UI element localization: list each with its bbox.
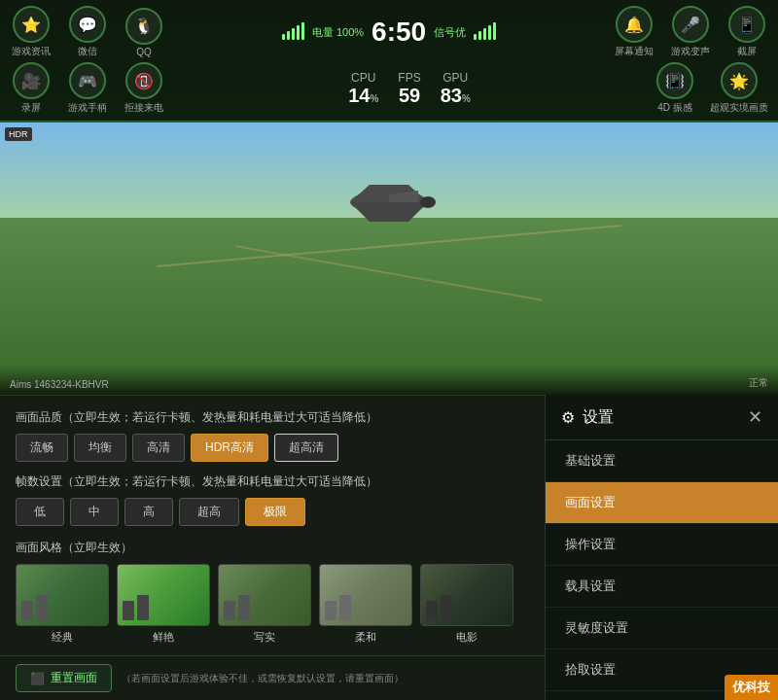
- rbar2: [478, 31, 481, 40]
- reset-button[interactable]: ⬛ 重置画面: [16, 664, 112, 692]
- stats-block: CPU 14% FPS 59 GPU 83%: [329, 71, 490, 107]
- fps-label: FPS: [398, 71, 420, 85]
- plane-container: [321, 154, 457, 255]
- cpu-label: CPU: [351, 71, 375, 85]
- screen-notify-icon: 🔔: [616, 6, 653, 43]
- menu-control-settings[interactable]: 操作设置: [546, 524, 778, 566]
- game-view: HDR Aims 1463234-KBHVR 正常: [0, 122, 778, 395]
- screen-notify-label: 屏幕通知: [615, 45, 654, 58]
- bar2: [287, 31, 290, 40]
- close-button[interactable]: ✕: [748, 406, 762, 428]
- style-thumb-vivid: [117, 564, 210, 626]
- reject-call-btn[interactable]: 📵 拒接来电: [123, 62, 165, 115]
- fps-veryhigh-btn[interactable]: 超高: [179, 498, 239, 526]
- gamepad-btn[interactable]: 🎮 游戏手柄: [66, 62, 109, 115]
- game-background: [0, 122, 778, 395]
- reset-hint: （若画面设置后游戏体验不佳，或需恢复默认设置，请重置画面）: [122, 672, 404, 685]
- fps-mid-btn[interactable]: 中: [70, 498, 119, 526]
- top-bar: ⭐ 游戏资讯 💬 微信 🐧 QQ 电量 100%: [0, 0, 778, 122]
- split-screen-btn[interactable]: 📱 截屏: [725, 6, 768, 58]
- settings-sidebar: ⚙ 设置 ✕ 基础设置 画面设置 操作设置 载具设置 灵敏度设置 拾取设置 准镜…: [545, 395, 778, 700]
- top-row-1: ⭐ 游戏资讯 💬 微信 🐧 QQ 电量 100%: [10, 6, 768, 58]
- bar1: [282, 34, 285, 40]
- game-overlay: [0, 366, 778, 395]
- super-real-label: 超观实境画质: [710, 101, 768, 115]
- fps-stat: FPS 59: [398, 71, 420, 107]
- cpu-value: 14%: [348, 85, 378, 107]
- quality-hdr-btn[interactable]: HDR高清: [191, 434, 268, 462]
- style-classic[interactable]: 经典: [16, 564, 109, 645]
- fps-buttons: 低 中 高 超高 极限: [16, 498, 529, 526]
- top-icons-left: ⭐ 游戏资讯 💬 微信 🐧 QQ: [10, 6, 165, 58]
- style-classic-label: 经典: [52, 630, 73, 645]
- qq-label: QQ: [136, 47, 152, 57]
- style-realistic[interactable]: 写实: [218, 564, 311, 645]
- style-cinema[interactable]: 电影: [420, 564, 513, 645]
- qq-icon: 🐧: [125, 8, 162, 45]
- quality-section-title: 画面品质（立即生效；若运行卡顿、发热量和耗电量过大可适当降低）: [16, 409, 529, 426]
- super-real-icon: 🌟: [721, 62, 758, 99]
- game-news-icon: ⭐: [13, 6, 50, 43]
- game-status: 正常: [749, 376, 768, 390]
- menu-display-settings[interactable]: 画面设置: [546, 482, 778, 524]
- style-thumb-classic: [16, 564, 109, 626]
- style-soft[interactable]: 柔和: [319, 564, 412, 645]
- quality-ultrahd-btn[interactable]: 超高清: [274, 434, 338, 462]
- style-soft-label: 柔和: [355, 630, 376, 645]
- fps-section-title: 帧数设置（立即生效；若运行卡顿、发热量和耗电量过大可适当降低）: [16, 473, 529, 490]
- record-btn[interactable]: 🎥 录屏: [10, 62, 53, 115]
- svg-marker-1: [350, 202, 428, 222]
- fps-low-btn[interactable]: 低: [16, 498, 64, 526]
- settings-title-label: 设置: [583, 407, 614, 428]
- record-label: 录屏: [21, 101, 41, 115]
- sidebar-header: ⚙ 设置 ✕: [546, 395, 778, 440]
- screen-notify-btn[interactable]: 🔔 屏幕通知: [613, 6, 655, 58]
- fps-extreme-btn[interactable]: 极限: [245, 498, 305, 526]
- reject-call-label: 拒接来电: [124, 101, 163, 115]
- split-screen-label: 截屏: [737, 45, 757, 58]
- cpu-stat: CPU 14%: [348, 71, 378, 107]
- bottom-icons-left: 🎥 录屏 🎮 游戏手柄 📵 拒接来电: [10, 62, 165, 115]
- bar4: [297, 25, 300, 40]
- voice-change-btn[interactable]: 🎤 游戏变声: [669, 6, 712, 58]
- game-news-btn[interactable]: ⭐ 游戏资讯: [10, 6, 53, 58]
- watermark: 优科技: [725, 675, 778, 700]
- top-center: 电量 100% 6:50 信号优: [282, 17, 496, 48]
- settings-main: 画面品质（立即生效；若运行卡顿、发热量和耗电量过大可适当降低） 流畅 均衡 高清…: [0, 395, 545, 700]
- reset-icon: ⬛: [30, 672, 45, 685]
- quality-balanced-btn[interactable]: 均衡: [74, 434, 126, 462]
- wechat-btn[interactable]: 💬 微信: [66, 6, 109, 58]
- reject-call-icon: 📵: [125, 62, 162, 99]
- style-row: 经典 鲜艳 写实: [16, 564, 529, 645]
- quality-buttons: 流畅 均衡 高清 HDR高清 超高清: [16, 434, 529, 462]
- quality-hd-btn[interactable]: 高清: [132, 434, 185, 462]
- plane-svg: [321, 154, 457, 251]
- split-screen-icon: 📱: [728, 6, 765, 43]
- gamepad-label: 游戏手柄: [68, 101, 107, 115]
- top-row-2: 🎥 录屏 🎮 游戏手柄 📵 拒接来电 CPU 14% FPS 59: [10, 62, 768, 115]
- style-section-title: 画面风格（立即生效）: [16, 540, 529, 556]
- time-display: 6:50: [371, 17, 426, 48]
- vibrate-4d-icon: 📳: [656, 62, 693, 99]
- gpu-label: GPU: [442, 71, 468, 85]
- style-thumb-realistic: [218, 564, 311, 626]
- qq-btn[interactable]: 🐧 QQ: [123, 8, 165, 57]
- menu-vehicle-settings[interactable]: 载具设置: [546, 566, 778, 608]
- menu-sensitivity-settings[interactable]: 灵敏度设置: [546, 608, 778, 649]
- top-icons-right: 🔔 屏幕通知 🎤 游戏变声 📱 截屏: [613, 6, 768, 58]
- quality-smooth-btn[interactable]: 流畅: [16, 434, 68, 462]
- style-vivid[interactable]: 鲜艳: [117, 564, 210, 645]
- svg-point-4: [420, 196, 436, 208]
- fps-high-btn[interactable]: 高: [124, 498, 173, 526]
- menu-basic-settings[interactable]: 基础设置: [546, 440, 778, 482]
- style-cinema-label: 电影: [456, 630, 477, 645]
- voice-change-icon: 🎤: [672, 6, 709, 43]
- bar5: [301, 22, 304, 40]
- super-real-btn[interactable]: 🌟 超观实境画质: [710, 62, 768, 115]
- gpu-stat: GPU 83%: [441, 71, 471, 107]
- hdr-badge: HDR: [5, 127, 32, 141]
- record-icon: 🎥: [13, 62, 50, 99]
- vibrate-4d-btn[interactable]: 📳 4D 振感: [654, 62, 696, 115]
- wechat-label: 微信: [78, 45, 97, 58]
- style-thumb-cinema: [420, 564, 513, 626]
